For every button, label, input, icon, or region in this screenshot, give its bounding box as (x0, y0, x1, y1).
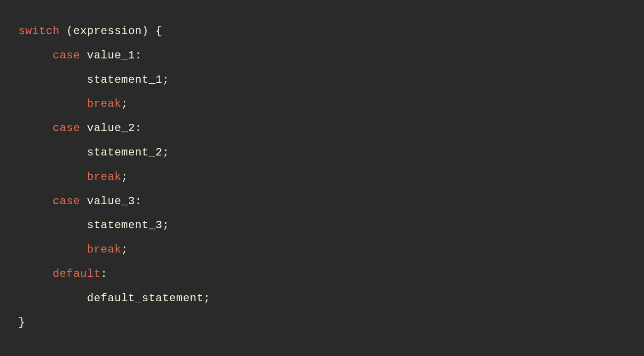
code-block: switch (expression) { case value_1: stat… (0, 0, 644, 354)
code-line: case value_2: (18, 122, 142, 134)
keyword-case: case (53, 122, 80, 134)
keyword-switch: switch (18, 25, 59, 37)
keyword-break: break (87, 98, 121, 110)
code-text: (expression) { (59, 25, 162, 37)
indent (18, 219, 87, 231)
code-line: statement_2; (18, 146, 169, 159)
keyword-default: default (53, 268, 101, 280)
code-text: statement_2; (87, 146, 169, 159)
indent (18, 243, 87, 256)
code-text: ; (121, 171, 128, 183)
indent (18, 292, 87, 304)
keyword-break: break (87, 243, 121, 256)
code-text: value_2: (80, 122, 142, 134)
code-line: default: (18, 268, 108, 280)
code-text: statement_3; (87, 219, 169, 231)
code-line: case value_3: (18, 195, 142, 207)
code-text: value_1: (80, 49, 142, 62)
code-line: switch (expression) { (18, 25, 162, 37)
indent (18, 122, 53, 134)
code-line: statement_1; (18, 74, 169, 86)
code-line: case value_1: (18, 49, 142, 62)
indent (18, 146, 87, 159)
indent (18, 171, 87, 183)
code-line: } (18, 316, 25, 329)
keyword-case: case (53, 195, 80, 207)
code-text: : (101, 268, 108, 280)
code-line: break; (18, 98, 128, 110)
code-line: break; (18, 243, 128, 256)
code-line: default_statement; (18, 292, 210, 304)
code-text: ; (121, 243, 128, 256)
code-text: ; (121, 98, 128, 110)
indent (18, 49, 53, 62)
code-text: value_3: (80, 195, 142, 207)
code-text: statement_1; (87, 74, 169, 86)
keyword-break: break (87, 171, 121, 183)
code-text: } (18, 316, 25, 329)
indent (18, 268, 53, 280)
code-line: break; (18, 171, 128, 183)
indent (18, 74, 87, 86)
code-line: statement_3; (18, 219, 169, 231)
code-text: default_statement; (87, 292, 210, 304)
indent (18, 195, 53, 207)
keyword-case: case (53, 49, 80, 62)
indent (18, 98, 87, 110)
